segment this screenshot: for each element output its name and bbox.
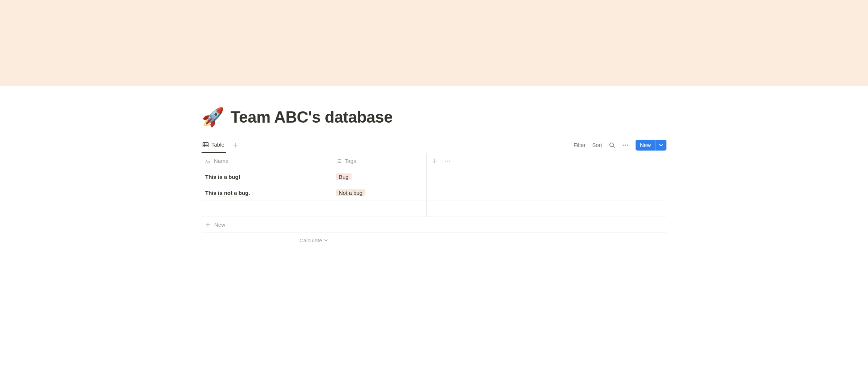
calculate-label: Calculate xyxy=(299,237,322,243)
view-tab-label: Table xyxy=(211,141,224,148)
page-cover[interactable] xyxy=(0,0,868,86)
svg-rect-0 xyxy=(203,142,208,147)
database-table: Aa Name Tags xyxy=(202,153,666,247)
svg-point-7 xyxy=(625,144,626,145)
sort-button[interactable]: Sort xyxy=(592,142,602,148)
more-options-button[interactable] xyxy=(622,142,629,148)
table-row[interactable]: This is not a bug.Not a bug xyxy=(202,185,666,201)
view-tabs: Table xyxy=(202,137,240,153)
svg-point-14 xyxy=(337,162,337,163)
calculate-button[interactable]: Calculate xyxy=(202,233,332,247)
new-button: New xyxy=(636,140,666,151)
column-label: Name xyxy=(214,158,228,164)
row-title[interactable]: This is a bug! xyxy=(205,173,240,181)
view-bar: Table Filter Sort New xyxy=(202,137,666,153)
search-button[interactable] xyxy=(609,142,615,148)
page-emoji-icon[interactable]: 🚀 xyxy=(202,108,224,126)
column-options-button[interactable] xyxy=(444,158,451,164)
page-content: 🚀 Team ABC's database Table xyxy=(194,86,674,247)
cell-tags[interactable]: Not a bug xyxy=(332,185,427,201)
add-row-label: New xyxy=(214,222,225,228)
cell-name[interactable]: This is not a bug. xyxy=(202,185,332,201)
column-header-tags[interactable]: Tags xyxy=(332,153,427,169)
svg-point-12 xyxy=(337,161,337,161)
svg-line-5 xyxy=(613,146,615,148)
svg-text:Aa: Aa xyxy=(205,159,210,163)
column-header-name[interactable]: Aa Name xyxy=(202,153,332,169)
column-label: Tags xyxy=(345,158,356,164)
tag-badge: Bug xyxy=(336,173,352,180)
title-property-icon: Aa xyxy=(205,158,211,164)
add-column-button[interactable] xyxy=(432,158,438,164)
chevron-down-icon xyxy=(659,143,663,147)
table-header: Aa Name Tags xyxy=(202,153,666,169)
table-footer: Calculate xyxy=(202,233,666,247)
cell-tags[interactable]: Bug xyxy=(332,169,427,185)
svg-point-16 xyxy=(445,160,446,161)
new-button-main[interactable]: New xyxy=(636,140,655,151)
cell-name[interactable]: This is a bug! xyxy=(202,169,332,185)
table-row-empty[interactable] xyxy=(202,201,666,217)
dots-horizontal-icon xyxy=(622,142,629,148)
svg-point-8 xyxy=(627,144,628,145)
add-row-button[interactable]: New xyxy=(202,217,666,233)
view-controls: Filter Sort New xyxy=(573,140,666,151)
svg-point-6 xyxy=(622,144,624,145)
plus-icon xyxy=(205,222,211,227)
search-icon xyxy=(609,142,615,148)
svg-rect-13 xyxy=(338,161,341,161)
new-button-dropdown[interactable] xyxy=(655,140,666,151)
multiselect-property-icon xyxy=(336,158,342,164)
svg-rect-11 xyxy=(338,159,341,160)
tag-badge: Not a bug xyxy=(336,189,365,196)
svg-point-10 xyxy=(337,159,337,160)
plus-icon xyxy=(232,142,238,148)
svg-point-17 xyxy=(447,160,448,161)
svg-rect-15 xyxy=(338,162,341,163)
row-title[interactable]: This is not a bug. xyxy=(205,189,250,197)
filter-button[interactable]: Filter xyxy=(573,142,585,148)
add-view-button[interactable] xyxy=(230,142,240,148)
dots-horizontal-icon xyxy=(444,158,451,164)
svg-point-18 xyxy=(449,160,450,161)
page-title[interactable]: Team ABC's database xyxy=(231,108,393,126)
column-header-actions xyxy=(427,158,456,164)
view-tab-table[interactable]: Table xyxy=(202,137,226,153)
chevron-down-icon xyxy=(324,238,328,242)
plus-icon xyxy=(432,158,438,164)
title-row: 🚀 Team ABC's database xyxy=(202,86,666,137)
table-row[interactable]: This is a bug!Bug xyxy=(202,169,666,185)
table-icon xyxy=(202,141,209,148)
